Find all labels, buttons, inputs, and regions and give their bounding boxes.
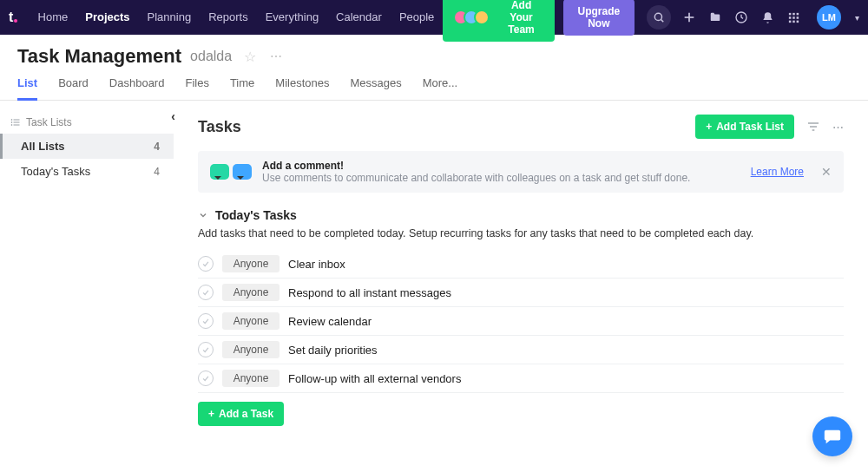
task-assignee[interactable]: Anyone	[222, 284, 279, 301]
page-title: Task Management	[17, 45, 181, 68]
chevron-down-icon[interactable]: ▾	[855, 13, 859, 23]
folder-icon[interactable]	[707, 10, 723, 25]
svg-rect-5	[788, 12, 791, 15]
task-checkbox[interactable]	[198, 285, 214, 300]
view-tabs: ListBoardDashboardFilesTimeMilestonesMes…	[0, 68, 868, 101]
plus-icon[interactable]	[681, 10, 697, 25]
banner-bubbles-icon	[210, 164, 252, 180]
sidebar-item[interactable]: Today's Tasks4	[0, 159, 174, 184]
nav-link-calendar[interactable]: Calendar	[327, 0, 391, 35]
main-title: Tasks	[198, 118, 241, 136]
team-avatars	[453, 10, 490, 25]
chevron-down-icon[interactable]	[198, 210, 208, 220]
nav-link-planning[interactable]: Planning	[139, 0, 201, 35]
nav-link-people[interactable]: People	[391, 0, 443, 35]
add-team-button[interactable]: Add Your Team	[443, 0, 554, 42]
add-task-label: Add a Task	[219, 408, 273, 420]
task-title: Respond to all instant messages	[288, 286, 451, 299]
upgrade-button[interactable]: Upgrade Now	[563, 0, 635, 36]
main-panel: Tasks + Add Task List ⋯ Add a comment! U…	[174, 101, 868, 443]
task-checkbox[interactable]	[198, 313, 214, 329]
svg-line-1	[661, 20, 664, 23]
nav-link-home[interactable]: Home	[30, 0, 77, 35]
task-row[interactable]: AnyoneSet daily priorities	[198, 336, 844, 364]
task-row[interactable]: AnyoneReview calendar	[198, 307, 844, 336]
task-group-desc: Add tasks that need to be completed toda…	[198, 227, 844, 239]
svg-point-17	[11, 120, 12, 121]
activity-icon[interactable]	[733, 10, 749, 25]
tab-milestones[interactable]: Milestones	[275, 76, 329, 100]
svg-point-18	[11, 122, 12, 123]
comment-banner: Add a comment! Use comments to communica…	[198, 151, 844, 193]
tab-time[interactable]: Time	[230, 76, 254, 100]
task-assignee[interactable]: Anyone	[222, 255, 279, 272]
task-group-name: Today's Tasks	[215, 208, 297, 222]
svg-rect-13	[796, 20, 799, 23]
app-logo[interactable]: t	[9, 10, 21, 25]
task-title: Review calendar	[288, 315, 372, 328]
svg-point-0	[654, 13, 661, 20]
top-nav: t HomeProjectsPlanningReportsEverythingC…	[0, 0, 868, 35]
task-row[interactable]: AnyoneClear inbox	[198, 250, 844, 279]
add-task-list-label: Add Task List	[716, 121, 784, 133]
tab-more[interactable]: More...	[423, 76, 457, 100]
apps-icon[interactable]	[786, 10, 801, 25]
bell-icon[interactable]	[760, 10, 775, 25]
filter-icon[interactable]	[806, 120, 820, 134]
upgrade-label: Upgrade Now	[574, 5, 624, 30]
sidebar-header: Task Lists	[0, 109, 174, 134]
task-title: Set daily priorities	[288, 344, 378, 357]
sidebar-item-count: 4	[154, 141, 160, 153]
task-row[interactable]: AnyoneFollow-up with all external vendor…	[198, 364, 844, 393]
task-assignee[interactable]: Anyone	[222, 312, 279, 330]
sidebar-item-count: 4	[154, 166, 160, 178]
top-icons: LM ▾	[647, 5, 859, 30]
sidebar-item-label: Today's Tasks	[21, 165, 90, 178]
nav-link-projects[interactable]: Projects	[76, 0, 138, 35]
tab-list[interactable]: List	[17, 76, 37, 101]
task-checkbox[interactable]	[198, 342, 214, 357]
task-checkbox[interactable]	[198, 256, 214, 272]
star-icon[interactable]: ☆	[244, 49, 256, 65]
add-task-list-button[interactable]: + Add Task List	[695, 115, 794, 139]
sidebar-item-label: All Lists	[21, 140, 65, 153]
search-icon[interactable]	[647, 5, 671, 30]
task-group-header[interactable]: Today's Tasks	[198, 208, 844, 222]
banner-subtitle: Use comments to communicate and collabor…	[262, 172, 740, 184]
svg-rect-10	[796, 16, 799, 19]
close-icon[interactable]: ✕	[821, 165, 832, 179]
task-assignee[interactable]: Anyone	[222, 341, 279, 358]
tab-files[interactable]: Files	[185, 76, 208, 100]
nav-link-reports[interactable]: Reports	[200, 0, 257, 35]
nav-links: HomeProjectsPlanningReportsEverythingCal…	[30, 0, 444, 35]
chat-fab[interactable]	[812, 416, 852, 456]
user-initials: LM	[822, 12, 836, 23]
tab-board[interactable]: Board	[58, 76, 89, 100]
sidebar-item[interactable]: All Lists4	[0, 134, 174, 159]
svg-point-19	[11, 125, 12, 126]
more-icon[interactable]: ⋯	[270, 49, 282, 63]
task-assignee[interactable]: Anyone	[222, 370, 279, 387]
task-title: Follow-up with all external vendors	[288, 372, 461, 385]
task-title: Clear inbox	[288, 258, 345, 271]
add-team-label: Add Your Team	[498, 0, 543, 36]
svg-rect-8	[788, 16, 791, 19]
project-name: odalda	[190, 49, 232, 64]
banner-title: Add a comment!	[262, 160, 740, 172]
svg-rect-6	[792, 12, 795, 15]
task-row[interactable]: AnyoneRespond to all instant messages	[198, 279, 844, 307]
tab-dashboard[interactable]: Dashboard	[109, 76, 165, 100]
tab-messages[interactable]: Messages	[350, 76, 401, 100]
task-checkbox[interactable]	[198, 370, 214, 386]
svg-rect-12	[792, 20, 795, 23]
learn-more-link[interactable]: Learn More	[751, 166, 804, 178]
svg-rect-11	[788, 20, 791, 23]
user-avatar[interactable]: LM	[817, 5, 841, 30]
sidebar: ‹ Task Lists All Lists4Today's Tasks4	[0, 101, 174, 443]
add-task-button[interactable]: + Add a Task	[198, 402, 284, 426]
nav-link-everything[interactable]: Everything	[257, 0, 327, 35]
options-icon[interactable]: ⋯	[832, 121, 844, 134]
svg-rect-7	[796, 12, 799, 15]
sidebar-header-label: Task Lists	[26, 116, 72, 128]
page-header: Task Management odalda ☆ ⋯	[0, 35, 868, 68]
